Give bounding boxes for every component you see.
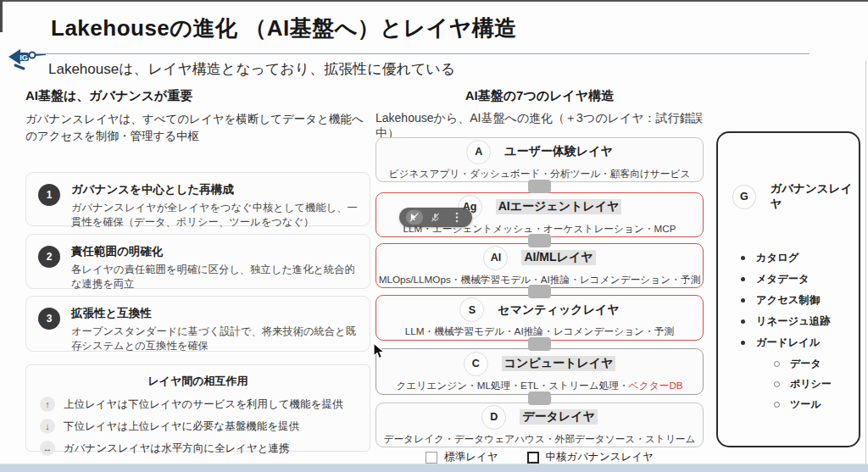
interaction-text: 上位レイヤは下位レイヤのサービスを利用して機能を提供: [64, 397, 342, 412]
point-number-badge: 2: [38, 246, 60, 268]
governance-subitem: データ: [790, 357, 821, 371]
header-divider: [36, 53, 810, 54]
layer-title: AIエージェントレイヤ: [496, 199, 622, 214]
slide: Lakehouseの進化 （AI基盤へ）とレイヤ構造 IG Lakehouseは…: [0, 0, 868, 472]
page-title: Lakehouseの進化 （AI基盤へ）とレイヤ構造: [51, 14, 517, 43]
bullet-icon: [741, 319, 745, 324]
governance-title: ガバナンスレイヤ: [771, 181, 859, 212]
point-card-3: 3 拡張性と互換性 オープンスタンダードに基づく設計で、将来技術の統合と既存シス…: [25, 296, 370, 352]
point-title: 拡張性と互換性: [71, 306, 358, 321]
middle-heading: AI基盤の7つのレイヤ構造: [376, 88, 704, 104]
sub-bullet-icon: [774, 361, 780, 367]
layer-description: クエリエンジン・ML処理・ETL・ストリーム処理・ベクターDB: [396, 380, 682, 392]
interaction-text: ガバナンスレイヤは水平方向に全レイヤと連携: [64, 441, 290, 456]
interaction-card: レイヤ間の相互作用 ↑ 上位レイヤは下位レイヤのサービスを利用して機能を提供 ↓…: [25, 364, 370, 452]
governance-item: アクセス制御: [756, 293, 820, 308]
governance-item: リネージュ追跡: [756, 314, 830, 329]
layer-badge: C: [464, 352, 488, 376]
governance-item: カタログ: [756, 251, 798, 265]
point-title: ガバナンスを中心とした再構成: [71, 182, 358, 197]
sub-bullet-icon: [774, 402, 780, 408]
point-title: 責任範囲の明確化: [71, 244, 358, 259]
layer-data: D データレイヤ データレイク・データウェアハウス・外部データソース・ストリーム: [376, 403, 704, 447]
arrow-horizontal-icon: ↔: [40, 441, 55, 456]
legend: 標準レイヤ 中核ガバナンスレイヤ: [376, 450, 704, 464]
bullet-icon: [741, 256, 745, 260]
layer-connector: [528, 180, 551, 193]
governance-layer-box: G ガバナンスレイヤ カタログ メタデータ アクセス制御 リネージュ追跡 ガード…: [716, 131, 860, 447]
governance-list: カタログ メタデータ アクセス制御 リネージュ追跡 ガードレイル データ ポリシ…: [718, 251, 859, 412]
core-layer-swatch-icon: [527, 452, 539, 464]
layer-title: ユーザー体験レイヤ: [504, 144, 613, 159]
legend-label: 標準レイヤ: [444, 450, 498, 464]
layer-title: コンピュートレイヤ: [502, 356, 616, 371]
layer-description: データレイク・データウェアハウス・外部データソース・ストリーム: [383, 433, 695, 446]
point-card-1: 1 ガバナンスを中心とした再構成 ガバナンスレイヤが全レイヤをつなぐ中核として機…: [25, 172, 370, 226]
sub-bullet-icon: [774, 381, 780, 387]
layer-connector: [528, 285, 551, 298]
layer-title: AI/MLレイヤ: [521, 250, 595, 265]
svg-text:IG: IG: [19, 53, 28, 62]
arrow-up-icon: ↑: [40, 397, 55, 412]
layer-user-experience: A ユーザー体験レイヤ ビジネスアプリ・ダッシュボード・分析ツール・顧客向けサー…: [376, 137, 704, 182]
layer-description-highlight: ベクターDB: [629, 380, 683, 391]
governance-subitem: ツール: [790, 397, 821, 412]
point-number-badge: 3: [38, 308, 60, 330]
layer-badge: D: [481, 405, 506, 430]
logo-rocket-icon: IG: [7, 42, 46, 75]
layer-badge: S: [459, 297, 484, 322]
layer-badge: G: [732, 185, 756, 209]
point-number-badge: 1: [38, 184, 60, 206]
layer-badge: AI: [483, 246, 508, 270]
layer-semantic: S セマンティックレイヤ LLM・機械学習モデル・AI推論・レコメンデーション・…: [376, 295, 704, 341]
window-top-edge: [0, 0, 868, 2]
governance-item: ガードレイル: [756, 336, 820, 350]
layer-badge: A: [466, 140, 491, 164]
mouse-cursor-icon: [373, 342, 386, 360]
layer-title: データレイヤ: [520, 409, 598, 425]
layer-compute: C コンピュートレイヤ クエリエンジン・ML処理・ETL・ストリーム処理・ベクタ…: [376, 348, 704, 395]
arrow-down-icon: ↓: [40, 419, 55, 434]
left-description: ガバナンスレイヤは、すべてのレイヤを横断してデータと機能へのアクセスを制御・管理…: [25, 111, 364, 144]
mic-off-icon[interactable]: [427, 210, 444, 225]
window-bottom-bar: [0, 464, 868, 472]
point-card-2: 2 責任範囲の明確化 各レイヤの責任範囲を明確に区分し、独立した進化と統合的な連…: [25, 234, 370, 289]
slide-right-edge: [865, 61, 866, 464]
legend-item-standard: 標準レイヤ: [426, 450, 498, 464]
layer-description: ビジネスアプリ・ダッシュボード・分析ツール・顧客向けサービス: [389, 168, 691, 180]
left-column: AI基盤は、ガバナンスが重要 ガバナンスレイヤは、すべてのレイヤを横断してデータ…: [25, 88, 370, 144]
governance-subitem: ポリシー: [790, 377, 832, 391]
left-heading: AI基盤は、ガバナンスが重要: [25, 88, 370, 104]
kebab-menu-icon[interactable]: [448, 210, 465, 225]
layer-title: セマンティックレイヤ: [498, 303, 619, 318]
standard-layer-swatch-icon: [426, 452, 437, 464]
interaction-text: 下位レイヤは上位レイヤに必要な基盤機能を提供: [64, 419, 299, 434]
point-text: ガバナンスレイヤが全レイヤをつなぐ中核として機能し、一貫性を確保（データ、ポリシ…: [71, 201, 358, 230]
page-subtitle: Lakehouseは、レイヤ構造となっており、拡張性に優れている: [48, 59, 455, 79]
point-text: 各レイヤの責任範囲を明確に区分し、独立した進化と統合的な連携を両立: [71, 263, 358, 292]
bullet-icon: [741, 341, 745, 345]
legend-label: 中核ガバナンスレイヤ: [546, 450, 654, 464]
legend-item-core: 中核ガバナンスレイヤ: [527, 450, 654, 464]
governance-item: メタデータ: [756, 272, 810, 286]
bullet-icon: [741, 277, 745, 281]
layer-connector: [528, 234, 551, 247]
presenter-toolbar[interactable]: [399, 208, 472, 227]
pointer-off-icon[interactable]: [406, 210, 423, 225]
layer-ai-ml: AI AI/MLレイヤ MLOps/LLMOps・機械学習モデル・AI推論・レコ…: [376, 243, 704, 288]
point-text: オープンスタンダードに基づく設計で、将来技術の統合と既存システムとの互換性を確保: [71, 325, 358, 353]
bullet-icon: [741, 298, 745, 303]
layer-description: LLM・機械学習モデル・AI推論・レコメンデーション・予測: [405, 325, 674, 338]
layer-connector: [528, 391, 551, 405]
layer-connector: [528, 337, 551, 351]
window-left-edge: [0, 0, 3, 32]
interaction-title: レイヤ間の相互作用: [40, 374, 356, 389]
layer-description-prefix: クエリエンジン・ML処理・ETL・ストリーム処理・: [396, 380, 628, 391]
